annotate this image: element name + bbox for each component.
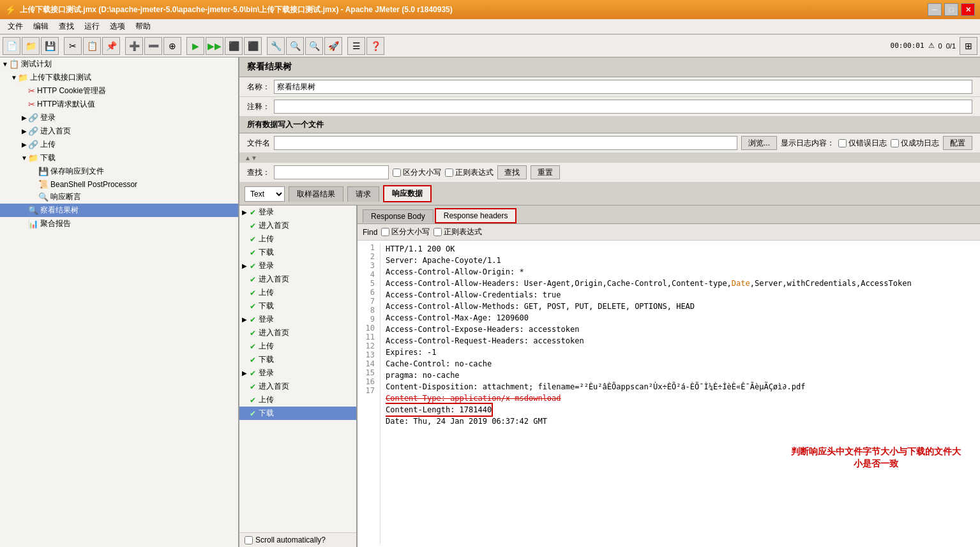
response-content[interactable]: 12345 678910 1112131415 1617 HTTP/1.1 20…: [358, 241, 980, 547]
tool4-button[interactable]: 🚀: [324, 37, 342, 55]
response-lines: HTTP/1.1 200 OK Server: Apache-Coyote/1.…: [386, 243, 975, 544]
menu-options[interactable]: 选项: [105, 20, 130, 33]
search-button[interactable]: 查找: [497, 165, 527, 179]
result-home1[interactable]: ✔ 进入首页: [239, 219, 356, 232]
menu-run[interactable]: 运行: [79, 20, 105, 33]
file-input[interactable]: [274, 136, 737, 150]
tree-login1[interactable]: ▶ 🔗 登录: [0, 111, 238, 124]
result-login4[interactable]: ▶ ✔ 登录: [239, 366, 356, 380]
right-response-area: Response Body Response headers Find 区分大小…: [358, 206, 980, 547]
paste-button[interactable]: 📌: [102, 37, 120, 55]
result-upload3[interactable]: ✔ 上传: [239, 340, 356, 353]
tree-assertion[interactable]: ▶ 🔍 响应断言: [0, 190, 238, 204]
comment-row: 注释：: [239, 97, 980, 117]
tool1-button[interactable]: 🔧: [267, 37, 285, 55]
browse-button[interactable]: 浏览...: [741, 136, 777, 150]
result-download4-label: 下载: [259, 408, 274, 419]
help-button[interactable]: ❓: [366, 37, 384, 55]
tab-response-data[interactable]: 响应数据: [383, 185, 432, 202]
comment-input[interactable]: [274, 100, 972, 114]
reset-button[interactable]: 重置: [531, 165, 560, 179]
result-upload1[interactable]: ✔ 上传: [239, 232, 356, 246]
menu-file[interactable]: 文件: [3, 20, 28, 33]
run-button[interactable]: ▶: [186, 37, 204, 55]
find-case-checkbox[interactable]: [381, 228, 389, 236]
cookie-icon: ✂: [28, 86, 35, 96]
open-button[interactable]: 📁: [22, 37, 40, 55]
toolbar-right: 00:00:01 ⚠ 0 0/1 ⊞: [891, 37, 977, 55]
tree-http-defaults[interactable]: ▶ ✂ HTTP请求默认值: [0, 98, 238, 111]
cut-button[interactable]: ✂: [64, 37, 82, 55]
menu-edit[interactable]: 编辑: [28, 20, 54, 33]
tree-home1-arrow: ▶: [20, 128, 28, 135]
upload1-label: 上传: [40, 139, 56, 150]
tool2-button[interactable]: 🔍: [286, 37, 304, 55]
result-upload2[interactable]: ✔ 上传: [239, 286, 356, 299]
resp-line-12: pragma: no-cache: [386, 370, 975, 381]
close-button[interactable]: ✕: [961, 3, 975, 16]
tree-save-response[interactable]: ▶ 💾 保存响应到文件: [0, 165, 238, 178]
tree-test-plan[interactable]: ▼ 📋 测试计划: [0, 57, 238, 71]
tree-view-results[interactable]: ▶ 🔍 察看结果树: [0, 204, 238, 217]
err-log-checkbox[interactable]: [838, 139, 847, 147]
case-sensitive-option[interactable]: 区分大小写: [393, 167, 441, 178]
result-login2-label: 登录: [259, 260, 274, 271]
resp-line-10: Expires: -1: [386, 347, 975, 358]
search-input[interactable]: [274, 165, 389, 179]
tree-download1[interactable]: ▼ 📁 下载: [0, 151, 238, 165]
tab-response-body[interactable]: Response Body: [363, 209, 433, 223]
err-log-option[interactable]: 仅错误日志: [838, 138, 887, 149]
regex-checkbox[interactable]: [445, 169, 453, 177]
list-button[interactable]: ☰: [347, 37, 365, 55]
result-home4[interactable]: ✔ 进入首页: [239, 380, 356, 393]
result-login2[interactable]: ▶ ✔ 登录: [239, 259, 356, 273]
success-log-checkbox[interactable]: [891, 139, 899, 147]
success-log-option[interactable]: 仅成功日志: [891, 138, 939, 149]
expand-button[interactable]: ⊕: [163, 37, 181, 55]
tool3-button[interactable]: 🔍: [305, 37, 323, 55]
find-regex-option[interactable]: 正则表达式: [433, 227, 482, 237]
scroll-auto-checkbox[interactable]: [245, 536, 253, 544]
tab-request[interactable]: 请求: [347, 186, 379, 202]
result-upload4[interactable]: ✔ 上传: [239, 393, 356, 407]
add-button[interactable]: ➕: [125, 37, 143, 55]
tab-response-headers[interactable]: Response headers: [435, 208, 517, 223]
download1-label: 下载: [40, 153, 56, 163]
name-input[interactable]: [274, 80, 972, 94]
minimize-button[interactable]: ─: [928, 3, 942, 16]
run-all-button[interactable]: ▶▶: [206, 37, 223, 55]
case-sensitive-checkbox[interactable]: [393, 169, 401, 177]
save-button[interactable]: 💾: [41, 37, 59, 55]
tree-aggregate[interactable]: ▶ 📊 聚合报告: [0, 217, 238, 230]
tree-upload1[interactable]: ▶ 🔗 上传: [0, 138, 238, 151]
stop-button[interactable]: ⬛: [225, 37, 243, 55]
result-download2[interactable]: ✔ 下载: [239, 299, 356, 313]
stop-now-button[interactable]: ⬛: [244, 37, 262, 55]
regex-option[interactable]: 正则表达式: [445, 167, 494, 178]
find-regex-checkbox[interactable]: [433, 228, 442, 236]
copy-button[interactable]: 📋: [83, 37, 101, 55]
find-case-option[interactable]: 区分大小写: [381, 227, 430, 237]
result-download3[interactable]: ✔ 下载: [239, 353, 356, 366]
new-button[interactable]: 📄: [3, 37, 20, 55]
tree-home1[interactable]: ▶ 🔗 进入首页: [0, 124, 238, 138]
result-login3[interactable]: ▶ ✔ 登录: [239, 313, 356, 326]
result-download1[interactable]: ✔ 下载: [239, 246, 356, 259]
expand-all-button[interactable]: ⊞: [960, 37, 977, 55]
config-button[interactable]: 配置: [943, 136, 972, 150]
menu-find[interactable]: 查找: [54, 20, 79, 33]
menu-help[interactable]: 帮助: [130, 20, 156, 33]
result-login1[interactable]: ▶ ✔ 登录: [239, 206, 356, 219]
maximize-button[interactable]: □: [944, 3, 958, 16]
tree-upload-download[interactable]: ▼ 📁 上传下载接口测试: [0, 71, 238, 84]
result-download4[interactable]: ✔ 下载: [239, 407, 356, 420]
login1-label: 登录: [40, 112, 56, 123]
result-check6-icon: ✔: [250, 275, 256, 284]
tree-beanshell[interactable]: ▶ 📜 BeanShell PostProcessor: [0, 178, 238, 190]
format-select[interactable]: Text HTML JSON XML: [245, 186, 285, 202]
remove-button[interactable]: ➖: [144, 37, 162, 55]
result-home3[interactable]: ✔ 进入首页: [239, 326, 356, 340]
tree-cookie[interactable]: ▶ ✂ HTTP Cookie管理器: [0, 84, 238, 98]
tab-sampler-results[interactable]: 取样器结果: [289, 186, 343, 202]
result-home2[interactable]: ✔ 进入首页: [239, 273, 356, 286]
